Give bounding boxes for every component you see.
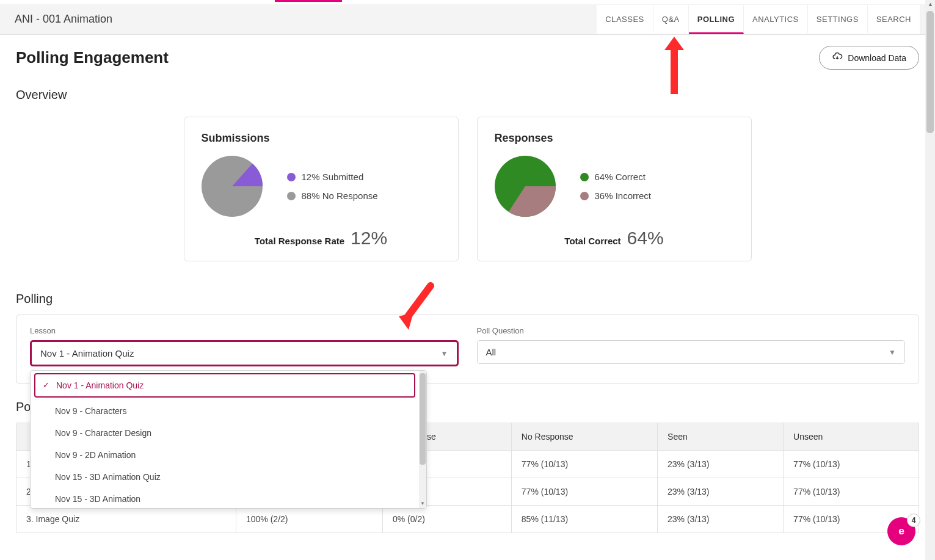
annotation-arrow-tab bbox=[671, 37, 684, 94]
foot-value: 12% bbox=[351, 228, 387, 249]
lesson-selected-value: Nov 1 - Animation Quiz bbox=[40, 348, 134, 358]
cell: 77% (10/13) bbox=[511, 478, 657, 506]
poll-question-selected-value: All bbox=[486, 347, 497, 357]
lesson-option[interactable]: Nov 15 - 3D Animation Quiz bbox=[31, 466, 419, 488]
annotation-arrow-select bbox=[395, 281, 438, 338]
cell: 100% (2/2) bbox=[236, 506, 383, 533]
poll-question-label: Poll Question bbox=[477, 326, 906, 335]
swatch-icon bbox=[287, 192, 296, 200]
legend-item: 64% Correct bbox=[580, 172, 652, 182]
table-row: 3. Image Quiz 100% (2/2) 0% (0/2) 85% (1… bbox=[16, 506, 919, 533]
page-scrollbar[interactable]: ▲ bbox=[925, 0, 935, 560]
foot-label: Total Response Rate bbox=[255, 236, 344, 246]
lesson-option[interactable]: Nov 1 - Animation Quiz bbox=[34, 373, 415, 398]
lesson-option[interactable]: Nov 9 - 2D Animation bbox=[31, 444, 419, 466]
title-row: Polling Engagement Download Data bbox=[16, 46, 919, 70]
cell: 23% (3/13) bbox=[658, 451, 784, 478]
responses-footer: Total Correct 64% bbox=[495, 228, 734, 249]
lesson-option[interactable]: Nov 9 - Character Design bbox=[31, 422, 419, 444]
cell: 3. Image Quiz bbox=[16, 506, 236, 533]
poll-question-filter-col: Poll Question All ▼ bbox=[477, 326, 906, 366]
chevron-down-icon: ▼ bbox=[889, 348, 896, 357]
cell: 0% (0/2) bbox=[383, 506, 512, 533]
scrollbar-thumb[interactable] bbox=[420, 373, 426, 465]
download-label: Download Data bbox=[848, 53, 906, 63]
submissions-pie-chart bbox=[202, 156, 263, 217]
legend-label: 12% Submitted bbox=[302, 172, 364, 182]
tab-polling[interactable]: POLLING bbox=[689, 5, 744, 34]
lesson-filter-col: Lesson Nov 1 - Animation Quiz ▼ bbox=[30, 326, 459, 366]
submissions-title: Submissions bbox=[202, 132, 441, 145]
foot-value: 64% bbox=[627, 228, 664, 249]
main-content: Polling Engagement Download Data Overvie… bbox=[0, 35, 935, 533]
page-title: Polling Engagement bbox=[16, 48, 169, 67]
tab-classes[interactable]: CLASSES bbox=[597, 5, 653, 34]
submissions-legend: 12% Submitted 88% No Response bbox=[287, 172, 378, 201]
cell: 77% (10/13) bbox=[784, 478, 919, 506]
chevron-down-icon: ▼ bbox=[420, 501, 425, 506]
col-header: Unseen bbox=[784, 423, 919, 451]
tab-search[interactable]: SEARCH bbox=[868, 5, 920, 34]
swatch-icon bbox=[580, 173, 589, 181]
responses-card: Responses 64% Correct 36% Incorrect Tota… bbox=[477, 117, 752, 261]
lesson-option[interactable]: Nov 9 - Characters bbox=[31, 400, 419, 422]
download-data-button[interactable]: Download Data bbox=[819, 46, 919, 70]
tab-qa[interactable]: Q&A bbox=[653, 5, 689, 34]
swatch-icon bbox=[580, 192, 589, 200]
col-header: Seen bbox=[658, 423, 784, 451]
letter-e-icon: e bbox=[893, 523, 909, 539]
legend-label: 64% Correct bbox=[595, 172, 646, 182]
overview-heading: Overview bbox=[16, 88, 919, 102]
scrollbar-thumb[interactable] bbox=[926, 11, 934, 133]
course-title: ANI - 001 Animation bbox=[15, 13, 112, 26]
cell: 23% (3/13) bbox=[658, 506, 784, 533]
top-accent-bar bbox=[275, 0, 342, 2]
fab-badge: 4 bbox=[907, 514, 920, 527]
filter-box: Lesson Nov 1 - Animation Quiz ▼ Poll Que… bbox=[16, 315, 919, 384]
cell: 85% (11/13) bbox=[511, 506, 657, 533]
legend-label: 36% Incorrect bbox=[595, 191, 652, 201]
responses-pie-chart bbox=[495, 156, 556, 217]
overview-cards: Submissions 12% Submitted 88% No Respons… bbox=[16, 117, 919, 261]
tab-settings[interactable]: SETTINGS bbox=[808, 5, 868, 34]
svg-text:e: e bbox=[898, 525, 904, 537]
legend-label: 88% No Response bbox=[302, 191, 378, 201]
legend-item: 36% Incorrect bbox=[580, 191, 652, 201]
col-header: No Response bbox=[511, 423, 657, 451]
top-tabs: CLASSES Q&A POLLING ANALYTICS SETTINGS S… bbox=[597, 5, 920, 34]
cell: 77% (10/13) bbox=[511, 451, 657, 478]
header-bar: ANI - 001 Animation CLASSES Q&A POLLING … bbox=[0, 4, 935, 35]
cell: 23% (3/13) bbox=[658, 478, 784, 506]
poll-question-select[interactable]: All ▼ bbox=[477, 340, 906, 364]
foot-label: Total Correct bbox=[564, 236, 620, 246]
submissions-footer: Total Response Rate 12% bbox=[202, 228, 441, 249]
lesson-option[interactable]: Nov 15 - 3D Animation bbox=[31, 488, 419, 508]
help-fab[interactable]: e 4 bbox=[887, 517, 915, 545]
tab-analytics[interactable]: ANALYTICS bbox=[744, 5, 808, 34]
cell: 77% (10/13) bbox=[784, 451, 919, 478]
polling-heading: Polling bbox=[16, 292, 919, 306]
lesson-dropdown: Nov 1 - Animation Quiz Nov 9 - Character… bbox=[30, 370, 427, 509]
dropdown-scrollbar[interactable]: ▼ bbox=[419, 371, 426, 508]
cloud-download-icon bbox=[832, 51, 843, 64]
legend-item: 12% Submitted bbox=[287, 172, 378, 182]
swatch-icon bbox=[287, 173, 296, 181]
responses-title: Responses bbox=[495, 132, 734, 145]
chevron-up-icon: ▲ bbox=[928, 1, 933, 7]
lesson-select[interactable]: Nov 1 - Animation Quiz ▼ bbox=[30, 340, 459, 366]
svg-marker-3 bbox=[399, 313, 413, 330]
chevron-down-icon: ▼ bbox=[441, 349, 448, 358]
legend-item: 88% No Response bbox=[287, 191, 378, 201]
lesson-label: Lesson bbox=[30, 326, 459, 335]
submissions-card: Submissions 12% Submitted 88% No Respons… bbox=[184, 117, 459, 261]
responses-legend: 64% Correct 36% Incorrect bbox=[580, 172, 652, 201]
